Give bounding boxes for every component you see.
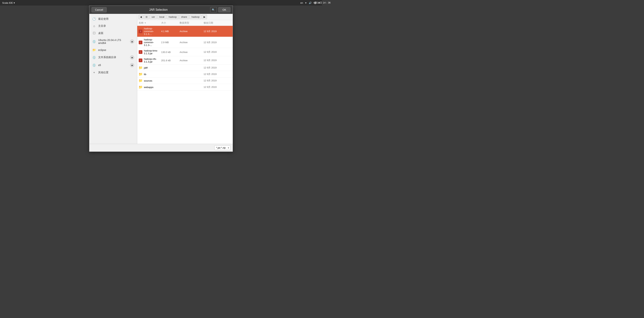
sidebar-label-eclipse: eclipse (98, 49, 134, 52)
file-date-7: 12 9月 2019 (204, 85, 231, 89)
eject-button-ubuntu[interactable]: ⏏ (130, 40, 134, 44)
file-date-5: 12 9月 2019 (204, 73, 231, 76)
file-row-0[interactable]: ihadoop-common-3.1.3....4.1 MBArchive12 … (137, 26, 233, 37)
file-size-0: 4.1 MB (161, 30, 180, 33)
file-name-7: webapps (144, 86, 154, 89)
jar-selection-dialog: Cancel JAR Selection 🔍 OK 🕐最近使用⌂主目录☐桌面💿U… (89, 6, 233, 152)
dialog-header: Cancel JAR Selection 🔍 OK (89, 6, 233, 14)
breadcrumb-crumbs: usrlocalhadoopsharehadoop (150, 15, 202, 19)
sidebar-item-other[interactable]: +其他位置 (89, 69, 137, 76)
file-row-2[interactable]: ihadoop-kms-3.1.3.jar130.0 kBArchive12 9… (137, 48, 233, 56)
sidebar-item-recent[interactable]: 🕐最近使用 (89, 15, 137, 23)
sort-icon: ▼ (144, 22, 146, 24)
file-name-cell-1: ihadoop-common-3.1.3-... (139, 38, 161, 47)
sidebar-item-ubuntu[interactable]: 💿Ubuntu 20.04.4 LTS amd64⏏ (89, 37, 137, 46)
file-row-5[interactable]: 📁lib12 9月 2019 (137, 71, 233, 78)
file-date-1: 12 9月 2019 (204, 41, 231, 44)
dialog-footer: *.jar;*.zip*.jar*.zipAll files (89, 144, 233, 151)
eject-button-filesystem[interactable]: ⏏ (130, 55, 134, 59)
file-list: ihadoop-common-3.1.3....4.1 MBArchive12 … (137, 26, 233, 144)
sidebar-item-eclipse[interactable]: 📁eclipse (89, 46, 137, 54)
folder-icon-4: 📁 (139, 66, 142, 70)
sidebar-item-desktop[interactable]: ☐桌面 (89, 30, 137, 37)
col-header-name[interactable]: 名称 ▼ (139, 21, 161, 25)
file-name-6: sources (144, 79, 152, 82)
breadcrumb-crumb-1[interactable]: local (157, 15, 166, 19)
file-date-4: 12 9月 2019 (204, 66, 231, 69)
filter-select[interactable]: *.jar;*.zip*.jar*.zipAll files (214, 145, 230, 150)
file-size-3: 201.6 kB (161, 59, 180, 62)
file-name-cell-7: 📁webapps (139, 85, 161, 89)
lang-indicator[interactable]: en (300, 2, 303, 4)
file-name-4: jdiff (144, 66, 148, 69)
sidebar-icon-recent: 🕐 (92, 17, 96, 21)
cancel-button[interactable]: Cancel (92, 7, 107, 12)
filter-select-wrapper[interactable]: *.jar;*.zip*.jar*.zipAll files (214, 145, 230, 150)
breadcrumb-crumb-0[interactable]: usr (150, 15, 157, 19)
file-type-1: Archive (180, 41, 204, 44)
file-row-3[interactable]: ihadoop-nfs-3.1.3.jar201.6 kBArchive12 9… (137, 56, 233, 65)
file-date-6: 12 9月 2019 (204, 79, 231, 82)
col-header-date[interactable]: 修改日期 (204, 21, 231, 25)
file-type-0: Archive (180, 30, 204, 33)
sidebar-item-home[interactable]: ⌂主目录 (89, 23, 137, 30)
file-name-3: hadoop-nfs-3.1.3.jar (144, 58, 161, 63)
file-area: ◀ ⊞ usrlocalhadoopsharehadoop ▶ 名称 ▼ 大小 … (137, 14, 233, 144)
file-type-2: Archive (180, 51, 204, 54)
file-row-1[interactable]: ihadoop-common-3.1.3-...2.9 MBArchive12 … (137, 37, 233, 48)
col-header-type[interactable]: 数据类型 (180, 21, 204, 25)
file-name-cell-4: 📁jdiff (139, 66, 161, 70)
eject-button-efi[interactable]: ⏏ (130, 63, 134, 67)
file-date-0: 12 9月 2019 (204, 30, 231, 33)
ok-button[interactable]: OK (218, 7, 230, 12)
file-name-5: lib (144, 73, 146, 76)
back-button[interactable]: ◀ (138, 15, 144, 19)
file-name-cell-6: 📁sources (139, 79, 161, 82)
search-button[interactable]: 🔍 (210, 7, 217, 13)
sidebar-icon-ubuntu: 💿 (92, 40, 96, 43)
sidebar-label-filesystem: 文件系统根目录 (98, 56, 128, 59)
forward-button[interactable]: ▶ (202, 15, 207, 19)
jar-icon-2: i (139, 50, 142, 54)
sidebar: 🕐最近使用⌂主目录☐桌面💿Ubuntu 20.04.4 LTS amd64⏏📁e… (89, 14, 137, 144)
column-headers: 名称 ▼ 大小 数据类型 修改日期 (137, 20, 233, 26)
sidebar-icon-filesystem: 💿 (92, 56, 96, 59)
file-size-1: 2.9 MB (161, 41, 180, 44)
header-right: 🔍 OK (210, 7, 230, 13)
dialog-body: 🕐最近使用⌂主目录☐桌面💿Ubuntu 20.04.4 LTS amd64⏏📁e… (89, 14, 233, 144)
sidebar-item-efi[interactable]: 💿efi⏏ (89, 61, 137, 69)
search-icon: 🔍 (212, 9, 215, 11)
breadcrumb-crumb-4[interactable]: hadoop (190, 15, 202, 19)
sidebar-icon-eclipse: 📁 (92, 48, 96, 52)
location-icon: ⊞ (144, 15, 149, 19)
sidebar-label-desktop: 桌面 (98, 32, 134, 35)
app-name-label[interactable]: Scala IDE (2, 2, 13, 4)
sidebar-label-other: 其他位置 (98, 71, 134, 74)
col-header-size[interactable]: 大小 (161, 21, 180, 25)
system-bar-left: Scala IDE ▾ (2, 2, 15, 4)
sidebar-icon-efi: 💿 (92, 64, 96, 67)
breadcrumb-crumb-2[interactable]: hadoop (167, 15, 179, 19)
sidebar-item-filesystem[interactable]: 💿文件系统根目录⏏ (89, 54, 137, 61)
file-name-cell-3: ihadoop-nfs-3.1.3.jar (139, 58, 161, 63)
sidebar-icon-other: + (92, 71, 96, 74)
file-date-2: 12 9月 2019 (204, 50, 231, 54)
breadcrumb-crumb-3[interactable]: share (179, 15, 189, 19)
file-row-7[interactable]: 📁webapps12 9月 2019 (137, 84, 233, 90)
system-bar: Scala IDE ▾ 4月18日 14：36 en ▾ 🔊 ⏻ ▾ (0, 0, 322, 6)
folder-icon-6: 📁 (139, 79, 142, 82)
file-size-2: 130.0 kB (161, 51, 180, 54)
file-name-cell-5: 📁lib (139, 72, 161, 76)
jar-icon-1: i (139, 41, 142, 44)
file-name-2: hadoop-kms-3.1.3.jar (144, 49, 161, 55)
file-type-3: Archive (180, 59, 204, 62)
file-row-4[interactable]: 📁jdiff12 9月 2019 (137, 65, 233, 71)
volume-icon[interactable]: 🔊 (309, 2, 312, 4)
file-name-cell-0: ihadoop-common-3.1.3.... (139, 27, 161, 36)
lang-dropdown-arrow[interactable]: ▾ (305, 2, 306, 4)
sidebar-label-efi: efi (98, 64, 128, 67)
folder-icon-5: 📁 (139, 72, 142, 76)
file-row-6[interactable]: 📁sources12 9月 2019 (137, 78, 233, 84)
app-menu-arrow[interactable]: ▾ (14, 2, 15, 4)
file-date-3: 12 9月 2019 (204, 59, 231, 62)
